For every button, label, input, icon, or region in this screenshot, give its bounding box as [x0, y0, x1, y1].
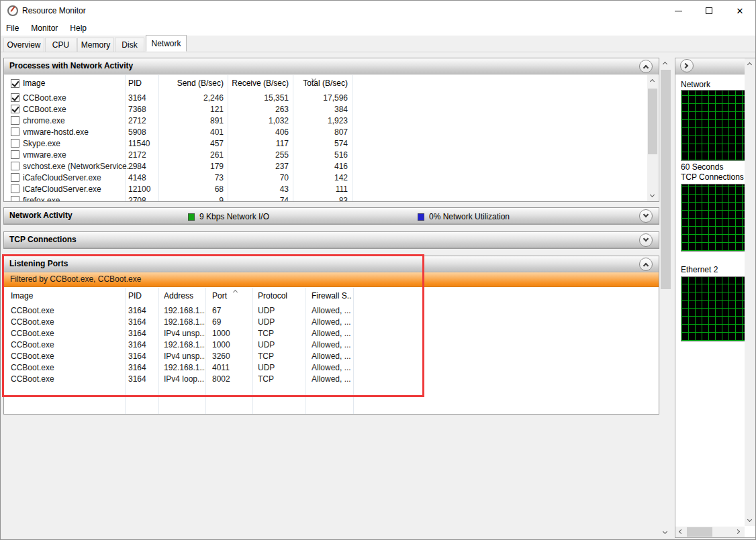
tcp-connections-header: TCP Connections [4, 232, 659, 248]
listening-row[interactable]: CCBoot.exe3164192.168.1...69UDPAllowed, … [4, 317, 659, 328]
cell-image: CCBoot.exe [11, 317, 124, 328]
sidebar-horizontal-scrollbar[interactable] [675, 527, 745, 537]
cell-receive: 237 [229, 161, 289, 172]
col-address[interactable]: Address [164, 288, 205, 305]
process-checkbox[interactable] [11, 173, 19, 182]
listening-row[interactable]: CCBoot.exe3164192.168.1...67UDPAllowed, … [4, 305, 659, 317]
maximize-icon [706, 7, 712, 14]
process-checkbox[interactable] [11, 116, 19, 125]
process-row[interactable]: vmware-hostd.exe5908401406807 [4, 127, 659, 138]
process-row[interactable]: CCBoot.exe7368121263384 [4, 104, 659, 115]
cell-receive: 406 [229, 127, 289, 138]
cell-send: 9 [160, 195, 224, 201]
scroll-down-arrow[interactable] [647, 191, 658, 201]
menu-monitor[interactable]: Monitor [31, 21, 64, 35]
cell-total: 516 [294, 150, 348, 161]
menu-file[interactable]: File [6, 21, 26, 35]
process-checkbox[interactable] [11, 150, 19, 159]
scroll-up-arrow[interactable] [745, 58, 755, 69]
network-activity-expand-button[interactable] [639, 209, 653, 223]
process-checkbox[interactable] [11, 162, 19, 170]
processes-collapse-button[interactable] [639, 60, 653, 73]
maximize-button[interactable] [694, 1, 724, 21]
main-scrollbar[interactable] [660, 58, 671, 538]
tab-overview[interactable]: Overview [3, 38, 44, 52]
menu-help[interactable]: Help [70, 21, 93, 35]
process-row[interactable]: vmware.exe2172261255516 [4, 150, 659, 161]
process-row[interactable]: firefox.exe270897483 [4, 195, 659, 201]
cell-total: 111 [294, 184, 348, 195]
cell-total: 807 [294, 127, 348, 138]
scroll-down-arrow[interactable] [745, 515, 755, 526]
processes-scrollbar[interactable] [647, 75, 658, 201]
close-button[interactable]: ✕ [724, 1, 755, 21]
process-row[interactable]: chrome.exe27128911,0321,923 [4, 115, 659, 127]
process-checkbox[interactable] [11, 105, 19, 113]
cell-send: 891 [160, 115, 224, 127]
scroll-up-arrow[interactable] [647, 75, 658, 86]
tab-memory[interactable]: Memory [77, 38, 114, 52]
network-utilization-legend: 0% Network Utilization [418, 208, 510, 225]
cell-pid: 3164 [128, 305, 158, 317]
process-checkbox[interactable] [11, 93, 19, 102]
listening-ports-header: Listening Ports [4, 256, 659, 272]
listening-row[interactable]: CCBoot.exe3164IPv4 unsp...3260TCPAllowed… [4, 351, 659, 362]
listening-row[interactable]: CCBoot.exe3164192.168.1...1000UDPAllowed… [4, 339, 659, 351]
processes-panel-title: Processes with Network Activity [9, 61, 133, 70]
graph-label-network: Network [681, 80, 710, 89]
cell-firewall: Allowed, ... [312, 305, 352, 317]
col-pid[interactable]: PID [128, 75, 158, 92]
cell-firewall: Allowed, ... [312, 328, 352, 339]
listening-row[interactable]: CCBoot.exe3164192.168.1...4011UDPAllowed… [4, 362, 659, 374]
listening-ports-collapse-button[interactable] [639, 258, 653, 271]
process-row[interactable]: CCBoot.exe31642,24615,35117,596 [4, 93, 659, 104]
graph-label-ethernet-2: Ethernet 2 [681, 265, 718, 274]
cell-firewall: Allowed, ... [312, 374, 352, 385]
network-io-legend: 9 Kbps Network I/O [188, 208, 269, 225]
app-icon [7, 5, 18, 16]
scrollbar-thumb[interactable] [648, 89, 657, 154]
cell-pid: 2708 [128, 195, 158, 201]
scrollbar-thumb[interactable] [687, 527, 712, 537]
sidebar-header [675, 58, 745, 74]
sidebar-collapse-button[interactable] [680, 59, 694, 72]
window-title: Resource Monitor [22, 6, 86, 15]
process-row[interactable]: Skype.exe11540457117574 [4, 138, 659, 150]
process-checkbox[interactable] [11, 196, 19, 201]
col-protocol[interactable]: Protocol [258, 288, 303, 305]
col-port[interactable]: Port [212, 288, 251, 305]
col-receive[interactable]: Receive (B/sec) [229, 75, 289, 92]
minimize-button[interactable] [663, 1, 694, 21]
cell-port: 1000 [212, 339, 251, 351]
scroll-down-arrow[interactable] [660, 527, 671, 538]
chevron-up-icon [663, 62, 667, 66]
cell-total: 384 [294, 104, 348, 115]
col-pid[interactable]: PID [128, 288, 158, 305]
network-graph [681, 90, 746, 161]
resource-monitor-window: Resource Monitor ✕ File Monitor Help Ove… [0, 0, 756, 540]
tcp-connections-expand-button[interactable] [639, 233, 653, 247]
process-checkbox[interactable] [11, 139, 19, 148]
col-firewall[interactable]: Firewall S... [312, 288, 352, 305]
listening-row[interactable]: CCBoot.exe3164IPv4 loop...8002TCPAllowed… [4, 374, 659, 385]
network-utilization-color-chip [418, 213, 424, 221]
process-checkbox[interactable] [11, 127, 19, 136]
scrollbar-thumb[interactable] [661, 70, 671, 289]
tab-cpu[interactable]: CPU [45, 38, 77, 52]
scroll-up-arrow[interactable] [660, 58, 671, 68]
col-image[interactable]: Image [11, 288, 124, 305]
process-row[interactable]: iCafeCloudServer.exe121006843111 [4, 184, 659, 195]
process-row[interactable]: iCafeCloudServer.exe41487370142 [4, 172, 659, 184]
tab-network[interactable]: Network [146, 35, 187, 52]
select-all-checkbox[interactable] [11, 79, 19, 88]
sidebar-vertical-scrollbar[interactable] [745, 58, 755, 526]
tab-disk[interactable]: Disk [115, 38, 144, 52]
scroll-left-arrow[interactable] [675, 527, 686, 537]
col-total[interactable]: Total (B/sec) [294, 75, 348, 92]
col-send[interactable]: Send (B/sec) [160, 75, 224, 92]
scroll-right-arrow[interactable] [734, 527, 745, 537]
process-checkbox[interactable] [11, 184, 19, 193]
process-row[interactable]: svchost.exe (NetworkService...2984179237… [4, 161, 659, 172]
network-activity-title: Network Activity [9, 211, 73, 220]
listening-row[interactable]: CCBoot.exe3164IPv4 unsp...1000TCPAllowed… [4, 328, 659, 339]
